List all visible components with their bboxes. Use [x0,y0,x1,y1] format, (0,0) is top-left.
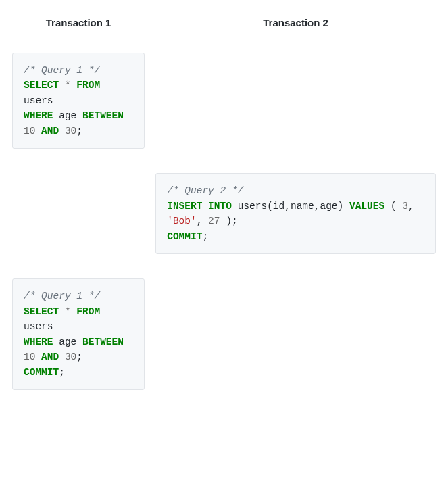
table-row: /* Query 1 */ SELECT * FROM users WHERE … [7,274,441,410]
code-token: /* Query 2 */ [167,185,243,196]
code-token: ( [267,201,273,212]
cell-transaction-1: /* Query 1 */ SELECT * FROM users WHERE … [7,274,150,410]
code-token: ; [202,231,208,242]
cell-transaction-1 [7,169,150,274]
code-token: 10 [24,126,35,137]
code-token: SELECT [24,80,59,91]
code-token: 30 [65,351,76,362]
cell-transaction-2: /* Query 2 */ INSERT INTO users(id,name,… [150,169,441,274]
cell-transaction-1: /* Query 1 */ SELECT * FROM users WHERE … [7,49,150,169]
code-token: WHERE [24,337,53,347]
code-token: BETWEEN [82,337,124,347]
code-token: name [291,201,314,212]
code-block: /* Query 1 */ SELECT * FROM users WHERE … [12,278,145,390]
code-token: , [408,201,414,212]
code-token: 30 [65,126,76,137]
code-token: ( [391,201,397,212]
header-transaction-2: Transaction 2 [150,10,441,49]
code-token: ); [226,216,237,226]
cell-transaction-2 [150,49,441,169]
code-token: WHERE [24,110,53,121]
code-token: ; [76,351,82,362]
code-token: COMMIT [24,367,59,378]
code-token: 3 [402,201,408,212]
code-token: age [59,337,76,347]
code-block: /* Query 2 */ INSERT INTO users(id,name,… [155,173,436,254]
table-row: /* Query 1 */ SELECT * FROM users WHERE … [7,49,441,169]
cell-transaction-2 [150,274,441,410]
code-token: 10 [24,351,35,362]
code-token: users [238,201,268,212]
code-token: FROM [76,306,100,317]
code-token: ) [338,201,344,212]
code-token: users [24,95,53,106]
code-token: FROM [76,80,100,91]
code-token: COMMIT [167,231,202,242]
code-token: ; [76,126,82,137]
code-token: users [24,321,53,332]
code-token: * [65,306,71,317]
code-token: SELECT [24,306,59,317]
code-token: BETWEEN [82,110,124,121]
code-token: * [65,80,71,91]
code-block: /* Query 1 */ SELECT * FROM users WHERE … [12,53,145,149]
code-token: age [320,201,337,212]
code-token: /* Query 1 */ [24,65,100,76]
code-token: INSERT [167,201,202,212]
code-token: /* Query 1 */ [24,291,100,301]
code-token: age [59,110,76,121]
code-token: 'Bob' [167,216,197,226]
code-token: INTO [208,201,232,212]
table-row: /* Query 2 */ INSERT INTO users(id,name,… [7,169,441,274]
code-token: VALUES [349,201,384,212]
code-token: AND [41,351,59,362]
code-token: , [197,216,203,226]
header-transaction-1: Transaction 1 [7,10,150,49]
code-token: id [273,201,284,212]
table-body: /* Query 1 */ SELECT * FROM users WHERE … [7,49,441,410]
code-token: ; [59,367,65,378]
code-token: AND [41,126,59,137]
code-token: 27 [208,216,220,226]
transactions-table: Transaction 1 Transaction 2 /* Query 1 *… [7,10,441,410]
code-token: , [284,201,291,212]
